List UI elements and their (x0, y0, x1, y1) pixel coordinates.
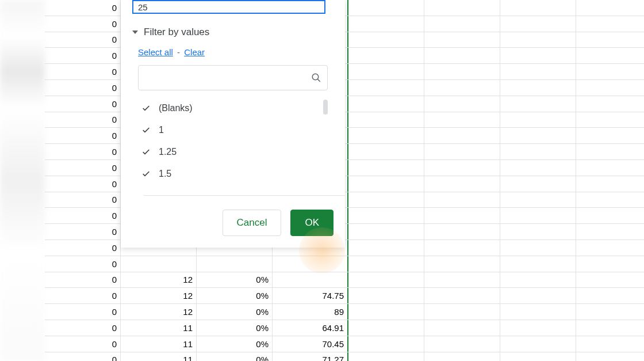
cell[interactable] (424, 112, 500, 128)
cell[interactable]: 0 (45, 192, 121, 208)
cell[interactable] (348, 336, 424, 352)
cell[interactable]: 11 (121, 320, 197, 336)
cell[interactable] (500, 304, 576, 320)
cell[interactable] (424, 16, 500, 32)
cancel-button[interactable]: Cancel (223, 210, 282, 236)
cell[interactable]: 0 (45, 224, 121, 240)
cell[interactable] (424, 160, 500, 176)
cell[interactable]: 0 (45, 0, 121, 16)
cell[interactable]: 0% (197, 352, 273, 361)
cell[interactable] (500, 272, 576, 288)
cell[interactable] (500, 176, 576, 192)
cell[interactable] (348, 80, 424, 96)
cell[interactable]: 0 (45, 336, 121, 352)
cell[interactable] (500, 240, 576, 256)
cell[interactable]: 71.27 (273, 352, 348, 361)
cell[interactable] (348, 208, 424, 223)
cell[interactable] (500, 48, 576, 63)
cell[interactable] (348, 320, 424, 336)
cell[interactable] (500, 288, 576, 303)
cell[interactable] (348, 128, 424, 143)
cell[interactable]: 0 (45, 272, 121, 288)
cell[interactable] (500, 320, 576, 336)
cell[interactable]: 0 (45, 208, 121, 223)
cell[interactable] (424, 48, 500, 63)
cell[interactable]: 0 (45, 64, 121, 79)
cell[interactable] (500, 16, 576, 32)
cell[interactable] (500, 192, 576, 208)
cell[interactable]: 0 (45, 240, 121, 256)
scrollbar-thumb[interactable] (323, 100, 328, 115)
cell[interactable] (348, 16, 424, 32)
filter-condition-input[interactable] (132, 0, 325, 14)
cell[interactable] (348, 64, 424, 79)
cell[interactable] (500, 208, 576, 223)
ok-button[interactable]: OK (290, 210, 334, 236)
cell[interactable] (348, 112, 424, 128)
cell[interactable]: 0 (45, 16, 121, 32)
cell[interactable] (424, 336, 500, 352)
cell[interactable] (500, 0, 576, 16)
cell[interactable] (424, 96, 500, 112)
cell[interactable] (500, 160, 576, 176)
cell[interactable] (424, 320, 500, 336)
cell[interactable] (500, 336, 576, 352)
cell[interactable]: 70.45 (273, 336, 348, 352)
filter-value-item[interactable]: 1.25 (138, 141, 328, 163)
cell[interactable] (424, 224, 500, 240)
cell[interactable]: 11 (121, 336, 197, 352)
cell[interactable] (500, 32, 576, 48)
cell[interactable] (348, 304, 424, 320)
cell[interactable]: 0 (45, 320, 121, 336)
search-input[interactable] (144, 73, 311, 83)
cell[interactable]: 0% (197, 304, 273, 320)
cell[interactable]: 12 (121, 304, 197, 320)
cell[interactable]: 74.75 (273, 288, 348, 303)
cell[interactable] (500, 224, 576, 240)
cell[interactable] (424, 256, 500, 272)
cell[interactable]: 0 (45, 128, 121, 143)
cell[interactable]: 11 (121, 352, 197, 361)
cell[interactable] (348, 192, 424, 208)
cell[interactable] (348, 352, 424, 361)
cell[interactable] (424, 64, 500, 79)
select-all-link[interactable]: Select all (138, 47, 173, 57)
cell[interactable]: 0 (45, 288, 121, 303)
cell[interactable]: 0 (45, 160, 121, 176)
cell[interactable] (500, 144, 576, 159)
cell[interactable]: 0% (197, 272, 273, 288)
cell[interactable] (500, 352, 576, 361)
cell[interactable] (424, 272, 500, 288)
cell[interactable]: 0 (45, 144, 121, 159)
cell[interactable] (348, 224, 424, 240)
cell[interactable]: 0% (197, 288, 273, 303)
filter-value-item[interactable]: 1 (138, 119, 328, 141)
cell[interactable] (500, 64, 576, 79)
cell[interactable] (348, 176, 424, 192)
cell[interactable]: 64.91 (273, 320, 348, 336)
cell[interactable] (424, 288, 500, 303)
cell[interactable]: 0 (45, 80, 121, 96)
cell[interactable] (424, 352, 500, 361)
filter-value-item[interactable]: 1.5 (138, 163, 328, 185)
cell[interactable] (348, 288, 424, 303)
cell[interactable]: 0 (45, 112, 121, 128)
cell[interactable]: 0 (45, 352, 121, 361)
filter-by-values-header[interactable]: Filter by values (121, 14, 345, 45)
cell[interactable]: 0% (197, 336, 273, 352)
cell[interactable] (500, 80, 576, 96)
cell[interactable] (348, 48, 424, 63)
cell[interactable] (348, 144, 424, 159)
clear-link[interactable]: Clear (184, 47, 205, 57)
cell[interactable] (424, 176, 500, 192)
filter-values-search[interactable] (138, 65, 328, 90)
cell[interactable]: 0 (45, 304, 121, 320)
cell[interactable] (348, 32, 424, 48)
cell[interactable] (424, 32, 500, 48)
cell[interactable] (273, 256, 348, 272)
cell[interactable] (348, 240, 424, 256)
cell[interactable]: 0% (197, 320, 273, 336)
filter-value-item[interactable]: (Blanks) (138, 97, 328, 119)
cell[interactable] (500, 112, 576, 128)
cell[interactable] (348, 96, 424, 112)
